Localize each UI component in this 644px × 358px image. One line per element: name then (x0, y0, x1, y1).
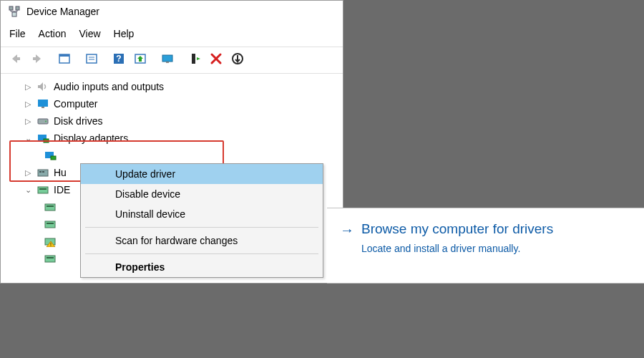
ctx-separator (85, 253, 318, 254)
back-button[interactable] (6, 50, 25, 67)
expand-icon[interactable]: ▷ (24, 100, 32, 109)
svg-rect-15 (162, 55, 172, 62)
titlebar: Device Manager (1, 1, 343, 22)
svg-text:?: ? (116, 54, 121, 64)
node-label: Computer (54, 98, 97, 110)
menubar: File Action View Help (1, 22, 343, 47)
expand-icon[interactable]: ▷ (24, 82, 32, 92)
svg-rect-39 (47, 257, 54, 258)
node-label: Audio inputs and outputs (54, 81, 164, 92)
tree-node-display-child[interactable] (11, 147, 343, 164)
display-adapter-icon (44, 150, 57, 161)
window-title: Device Manager (26, 6, 99, 17)
ctx-update-driver[interactable]: Update driver (81, 164, 323, 184)
browse-drivers-option[interactable]: → Browse my computer for drivers Locate … (327, 208, 644, 284)
help-button[interactable]: ? (109, 50, 128, 67)
node-label: Display adapters (54, 132, 128, 144)
svg-rect-33 (47, 205, 54, 207)
svg-rect-30 (38, 187, 48, 193)
svg-rect-31 (39, 188, 47, 190)
svg-point-22 (45, 121, 47, 122)
svg-rect-34 (45, 221, 55, 228)
show-hide-button[interactable] (55, 50, 74, 67)
svg-rect-1 (16, 6, 19, 10)
ctx-disable-device[interactable]: Disable device (81, 184, 323, 204)
ctx-scan-hardware[interactable]: Scan for hardware changes (81, 231, 323, 251)
uninstall-button[interactable] (207, 50, 225, 67)
svg-rect-20 (42, 107, 44, 108)
tree-node-computer[interactable]: ▷ Computer (11, 95, 343, 112)
menu-view[interactable]: View (79, 28, 100, 39)
svg-rect-8 (59, 54, 69, 57)
ctx-uninstall-device[interactable]: Uninstall device (81, 204, 323, 224)
tree-node-audio[interactable]: ▷ Audio inputs and outputs (11, 78, 343, 95)
disable-button[interactable] (228, 50, 247, 67)
forward-button[interactable] (28, 50, 47, 67)
arrow-right-icon: → (340, 221, 354, 238)
controller-icon (44, 218, 57, 230)
toolbar: ? (1, 47, 343, 74)
menu-file[interactable]: File (9, 28, 26, 39)
display-adapter-icon (36, 132, 49, 144)
controller-warning-icon: ! (44, 236, 57, 247)
svg-rect-32 (45, 204, 55, 211)
speaker-icon (36, 81, 49, 92)
tree-node-display-adapters[interactable]: ⌄ Display adapters (11, 130, 343, 147)
node-label: Hu (54, 167, 67, 178)
svg-rect-0 (9, 6, 13, 10)
collapse-icon[interactable]: ⌄ (24, 185, 32, 195)
svg-rect-38 (45, 256, 55, 262)
browse-subtitle: Locate and install a driver manually. (361, 243, 634, 254)
tree-node-disk[interactable]: ▷ Disk drives (11, 112, 343, 130)
controller-icon (44, 253, 57, 264)
node-label: Disk drives (54, 115, 102, 127)
monitor-button[interactable] (158, 50, 177, 67)
svg-rect-2 (12, 12, 16, 16)
ctx-separator (85, 227, 318, 228)
menu-help[interactable]: Help (114, 28, 135, 39)
svg-rect-16 (166, 62, 169, 63)
node-label: IDE (54, 184, 70, 195)
scan-button[interactable] (131, 50, 150, 67)
collapse-icon[interactable]: ⌄ (24, 134, 32, 143)
ctx-properties[interactable]: Properties (81, 257, 323, 277)
svg-text:!: ! (50, 242, 52, 247)
svg-rect-27 (38, 170, 48, 176)
svg-rect-17 (192, 54, 195, 64)
svg-rect-19 (38, 100, 48, 107)
expand-icon[interactable]: ▷ (24, 168, 32, 178)
browse-title: Browse my computer for drivers (361, 221, 553, 237)
hid-icon (36, 167, 49, 178)
controller-icon (36, 184, 49, 195)
svg-rect-28 (39, 171, 42, 173)
svg-rect-9 (87, 54, 97, 63)
monitor-icon (36, 98, 49, 110)
svg-rect-35 (47, 223, 54, 224)
device-manager-icon (8, 5, 21, 18)
properties-button[interactable] (82, 50, 101, 67)
controller-icon (44, 201, 57, 213)
menu-action[interactable]: Action (39, 28, 67, 39)
svg-rect-26 (51, 156, 56, 160)
update-driver-button[interactable] (185, 50, 204, 67)
disk-icon (36, 115, 49, 127)
svg-rect-24 (44, 139, 49, 142)
expand-icon[interactable]: ▷ (24, 117, 32, 126)
svg-rect-29 (42, 171, 44, 173)
context-menu: Update driver Disable device Uninstall d… (80, 163, 323, 278)
